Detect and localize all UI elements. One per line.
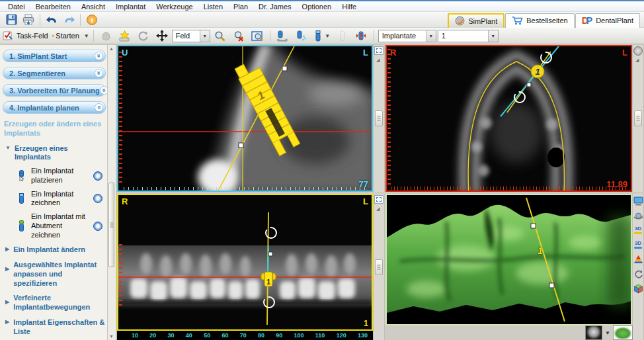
mini-arrow-icon[interactable]: ◢ — [635, 58, 639, 63]
menu-datei[interactable]: Datei — [3, 3, 30, 11]
disabled-object-button[interactable] — [98, 29, 115, 43]
ruler-number: 30 — [168, 332, 175, 339]
section-segmentieren[interactable]: 2. Segmentieren — [3, 67, 106, 79]
implant-disabled-button[interactable] — [334, 29, 351, 43]
menu-werkzeuge[interactable]: Werkzeuge — [151, 3, 198, 11]
dentalplant-logo-icon: DP — [582, 15, 592, 26]
sidebar-scrollbar[interactable]: ▲ ▼ — [107, 45, 115, 340]
expand-chevron-icon[interactable] — [95, 69, 103, 77]
3d-model-viewport[interactable]: 1 — [385, 194, 632, 325]
splitter-bottom-middle[interactable]: ◢ — [373, 194, 385, 340]
new-item-button[interactable] — [116, 29, 134, 43]
implant-handle[interactable] — [527, 83, 531, 87]
tab-dentalplant[interactable]: DP DentalPlant — [575, 13, 640, 28]
axial-viewport[interactable]: 1 R L 11.89 — [385, 45, 632, 192]
menu-ansicht[interactable]: Ansicht — [76, 3, 110, 11]
colormap-button[interactable] — [633, 254, 643, 265]
mini-arrow-icon[interactable]: ◢ — [376, 58, 380, 63]
splitter-grip[interactable] — [375, 110, 383, 126]
rotate-button[interactable] — [135, 29, 152, 43]
ruler-number: 20 — [149, 332, 156, 339]
implant-handle[interactable] — [531, 224, 536, 228]
panoramic-viewport[interactable]: 1 R L 1 — [117, 194, 373, 331]
3d-planning-button[interactable]: 3D — [633, 225, 643, 235]
zoom-in-button[interactable] — [212, 29, 229, 43]
subsection-implantat-aendern[interactable]: ▶ Ein Implantat ändern — [5, 245, 105, 255]
pan-button[interactable] — [153, 29, 171, 43]
zoom-region-button[interactable] — [249, 29, 266, 43]
action-implantat-zeichnen[interactable]: Ein Implantat zeichnen ? — [17, 190, 102, 208]
implant-handle[interactable] — [282, 66, 287, 71]
view-options-icon[interactable] — [633, 46, 643, 56]
zoom-delete-icon — [233, 30, 245, 42]
ruler-number: 60 — [221, 332, 228, 339]
display-button[interactable] — [633, 196, 643, 206]
action-implantat-abutment-zeichnen[interactable]: Ein Implantat mit Abutment zeichnen ? — [17, 212, 102, 239]
action-implantat-platzieren[interactable]: Ein Implantat platzieren ? — [17, 167, 102, 185]
mini-arrow-icon[interactable]: ◢ — [376, 206, 380, 212]
info-button[interactable]: i — [83, 13, 101, 26]
menu-dr-james[interactable]: Dr. James — [253, 3, 297, 11]
menu-bar: Datei Bearbeiten Ansicht Implantat Werkz… — [0, 1, 644, 12]
model-thumbnail[interactable] — [613, 325, 633, 340]
splitter-top-middle[interactable]: ◢ — [373, 45, 385, 192]
zoom-delete-button[interactable] — [230, 29, 247, 43]
draw-implant-abutment-button[interactable]: ▼ — [311, 29, 333, 43]
3d-tools-strip[interactable]: 3D 3D — [632, 194, 644, 340]
cross-section-viewport[interactable]: 1 U L 77 — [117, 45, 373, 192]
menu-listen[interactable]: Listen — [198, 3, 228, 11]
help-icon[interactable]: ? — [93, 171, 102, 181]
orbit-button[interactable] — [633, 210, 643, 221]
section-simplant-start[interactable]: 1. SimPlant Start — [3, 50, 106, 62]
3d-view-button[interactable]: 3D — [633, 239, 643, 250]
scroll-up-icon[interactable]: ▲ — [108, 45, 115, 52]
implant-number-combobox[interactable]: 1 ▼ — [438, 30, 499, 42]
place-implant-button[interactable] — [274, 29, 292, 43]
print-button[interactable] — [20, 13, 37, 26]
rotate-3d-button[interactable] — [633, 269, 643, 279]
selection-icon[interactable] — [374, 46, 383, 55]
splitter-grip[interactable] — [634, 110, 642, 126]
scroll-down-icon[interactable]: ▼ — [108, 333, 115, 340]
section-implantate-planen[interactable]: 4. Implantate planen — [3, 101, 106, 114]
save-button[interactable] — [3, 13, 20, 26]
undo-button[interactable] — [43, 13, 60, 26]
implantate-combobox[interactable]: Implantate ▼ — [378, 30, 436, 42]
menu-optionen[interactable]: Optionen — [297, 3, 337, 11]
menu-hilfe[interactable]: Hilfe — [337, 3, 362, 11]
draw-implant-button[interactable] — [293, 29, 310, 43]
section-vorbereiten[interactable]: 3. Vorbereiten für Planung — [3, 84, 106, 97]
redo-button[interactable] — [60, 13, 77, 26]
starten-button[interactable]: Starten ▼ — [52, 29, 89, 43]
splitter-grip[interactable] — [375, 259, 383, 275]
implant-update-button[interactable] — [352, 29, 370, 43]
subsection-implantat-anpassen[interactable]: ▶ Ausgewähltes Implantat anpassen und sp… — [5, 261, 105, 288]
help-icon[interactable]: ? — [93, 222, 102, 231]
collapse-chevron-icon[interactable] — [95, 103, 103, 112]
selection-icon[interactable] — [374, 195, 383, 204]
place-implant-icon — [276, 30, 289, 42]
cube-icon — [633, 284, 643, 294]
tab-simplant[interactable]: SimPlant — [448, 13, 504, 28]
feld-combobox[interactable]: Feld ▼ — [172, 30, 210, 42]
task-feld-checkbox[interactable] — [2, 29, 14, 43]
help-icon[interactable]: ? — [93, 194, 102, 203]
scrollbar-thumb[interactable] — [108, 183, 114, 267]
implant-handle[interactable] — [549, 283, 554, 288]
tab-bestellseiten[interactable]: Bestellseiten — [505, 13, 574, 28]
thumbnail-dropdown-icon[interactable]: ▼ — [605, 330, 610, 336]
subsection-erzeugen-implantat[interactable]: ▼ Erzeugen eines Implantats — [5, 144, 105, 163]
collapse-chevron-icon[interactable]: » — [75, 331, 83, 340]
implant-handle[interactable] — [268, 252, 272, 256]
head-thumbnail[interactable] — [585, 325, 602, 340]
menu-plan[interactable]: Plan — [228, 3, 253, 11]
orientation-label-l: L — [363, 48, 368, 58]
expand-chevron-icon[interactable] — [95, 52, 103, 60]
menu-bearbeiten[interactable]: Bearbeiten — [30, 3, 76, 11]
cube-button[interactable] — [633, 283, 643, 294]
splitter-top-right[interactable]: ◢ — [632, 45, 644, 192]
menu-implantat[interactable]: Implantat — [110, 3, 151, 11]
implant-handle[interactable] — [239, 143, 243, 148]
subsection-verfeinerte-bewegungen[interactable]: ▶ Verfeinerte Implantatbewegungen — [5, 294, 105, 312]
subsection-eigenschaften-liste[interactable]: ▶ Implantat Eigenschaften & Liste — [5, 318, 105, 337]
